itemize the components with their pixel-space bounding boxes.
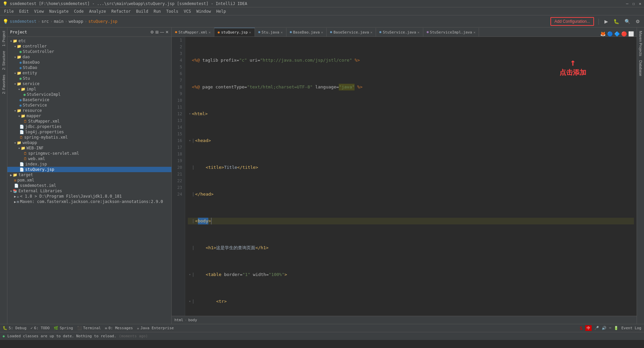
menu-run[interactable]: Run: [151, 8, 164, 14]
code-editor[interactable]: 1 2 3 4 5 6 7 8 9 10 11 12 13 14 15 16 1: [172, 37, 637, 316]
tree-item-iml[interactable]: 📄 ssmdemotest.iml: [7, 183, 171, 188]
database-tab[interactable]: Database: [638, 58, 644, 78]
panel-settings-button[interactable]: ⚙: [150, 30, 154, 34]
tree-item-entity[interactable]: ▾ 📁 entity: [7, 70, 171, 76]
menu-refactor[interactable]: Refactor: [109, 8, 133, 14]
panel-expand-button[interactable]: ⊞: [155, 30, 159, 34]
tab-stumapper-xml[interactable]: StuMapper.xml ✕: [172, 28, 214, 37]
fold-9[interactable]: ▾: [188, 271, 192, 278]
tree-item-controller[interactable]: ▾ 📁 controller: [7, 44, 171, 49]
menu-edit[interactable]: Edit: [16, 8, 32, 14]
close-button[interactable]: ✕: [639, 1, 641, 6]
tree-item-index-jsp[interactable]: 📄 index.jsp: [7, 161, 171, 167]
fold-5[interactable]: [188, 164, 192, 171]
messages-tab[interactable]: ✉ 0: Messages: [105, 326, 133, 330]
structure-panel-tab[interactable]: 2: Structure: [1, 49, 7, 72]
tree-item-baseservice[interactable]: ◉ BaseService: [7, 97, 171, 102]
menu-tools[interactable]: Tools: [164, 8, 181, 14]
terminal-tab[interactable]: ⬛ Terminal: [77, 326, 101, 330]
fold-10[interactable]: ▾: [188, 298, 192, 305]
menu-file[interactable]: File: [1, 8, 16, 14]
menu-code[interactable]: Code: [71, 8, 87, 14]
menu-navigate[interactable]: Navigate: [47, 8, 71, 14]
menu-view[interactable]: View: [32, 8, 47, 14]
chrome-icon[interactable]: 🔵: [607, 31, 613, 37]
tree-item-basedao[interactable]: ◉ BaseDao: [7, 60, 171, 65]
settings-button[interactable]: ⚙: [634, 18, 641, 25]
ie-icon[interactable]: 🔴: [621, 31, 627, 37]
run-button[interactable]: ▶: [603, 18, 609, 25]
fold-3[interactable]: ▾: [188, 111, 192, 117]
tree-item-resource[interactable]: ▾ 📁 resource: [7, 108, 171, 113]
fold-7[interactable]: [188, 218, 192, 224]
tree-item-log4j-props[interactable]: 📄 log4j.properties: [7, 129, 171, 135]
tree-item-stumapper-xml[interactable]: 🗒 StuMapper.xml: [7, 119, 171, 124]
tab-stuquery-jsp[interactable]: stuQuery.jsp ✕: [214, 28, 255, 37]
menu-analyze[interactable]: Analyze: [86, 8, 109, 14]
menu-vcs[interactable]: VCS: [181, 8, 194, 14]
debug-button[interactable]: 🐛: [612, 18, 621, 25]
tree-item-webinf[interactable]: ▾ 📁 WEB-INF: [7, 145, 171, 151]
tree-item-spring-mybatis[interactable]: 🗒 spring-mybatis.xml: [7, 135, 171, 140]
safari-icon[interactable]: ⬜: [628, 31, 634, 37]
tab-close-stu[interactable]: ✕: [281, 30, 283, 34]
tree-item-impl[interactable]: ▾ 📁 impl: [7, 86, 171, 92]
tree-item-service[interactable]: ▾ 📁 service: [7, 81, 171, 86]
tree-item-etc[interactable]: ▾ 📁 etc: [7, 38, 171, 44]
fold-8[interactable]: [188, 245, 192, 251]
event-log-button[interactable]: Event Log: [621, 326, 641, 330]
tab-close-stuserviceimpl[interactable]: ✕: [473, 30, 475, 34]
tab-close-stuquery[interactable]: ✕: [249, 30, 251, 34]
tree-item-webapp[interactable]: ▾ 📁 webapp: [7, 140, 171, 145]
tab-stu-java[interactable]: Stu.java ✕: [255, 28, 286, 37]
tab-stuserviceimpl-java[interactable]: StuServiceImpl.java ✕: [423, 28, 479, 37]
tab-baseservice-java[interactable]: BaseService.java ✕: [327, 28, 376, 37]
fold-2[interactable]: [188, 84, 192, 90]
tree-item-stu[interactable]: ● Stu: [7, 76, 171, 81]
spring-tab[interactable]: 🌿 Spring: [54, 326, 73, 330]
maximize-button[interactable]: ☐: [633, 1, 635, 6]
tree-item-target[interactable]: ▶ 📁 target: [7, 172, 171, 178]
maven-projects-tab[interactable]: Maven Projects: [638, 29, 644, 58]
fold-4[interactable]: ▾: [188, 137, 192, 144]
search-button[interactable]: 🔍: [623, 18, 632, 25]
tree-item-pom[interactable]: m pom.xml: [7, 178, 171, 183]
panel-minimize-button[interactable]: —: [160, 30, 164, 34]
tree-item-mapper[interactable]: ▾ 📁 mapper: [7, 113, 171, 119]
project-panel-tab[interactable]: 1: Project: [1, 29, 7, 48]
tab-close-stumapper[interactable]: ✕: [209, 30, 211, 34]
tree-item-external-libs[interactable]: ▾ 📚 External Libraries: [7, 188, 171, 194]
tree-item-jdbc-props[interactable]: 📄 jdbc.properties: [7, 124, 171, 129]
tree-item-web-xml[interactable]: 🗒 web.xml: [7, 156, 171, 161]
menu-window[interactable]: Window: [194, 8, 213, 14]
tab-close-basedao[interactable]: ✕: [321, 30, 323, 34]
tree-item-studao[interactable]: ◉ StuDao: [7, 65, 171, 70]
firefox-icon[interactable]: 🦊: [600, 31, 606, 37]
breadcrumb-file[interactable]: stuQuery.jsp: [88, 19, 117, 24]
favorites-panel-tab[interactable]: 2: Favorites: [1, 73, 7, 96]
breadcrumb-main[interactable]: main: [54, 19, 64, 24]
minimize-button[interactable]: —: [626, 1, 628, 6]
tab-close-baseservice[interactable]: ✕: [370, 30, 372, 34]
panel-close-button[interactable]: ✕: [165, 30, 169, 34]
tree-item-stuservice[interactable]: ◉ StuService: [7, 102, 171, 108]
tree-item-stuserviceimpl[interactable]: ● StuServiceImpl: [7, 92, 171, 97]
tab-stuservice-java[interactable]: StuService.java ✕: [376, 28, 423, 37]
debug-tab[interactable]: 🐛 5: Debug: [3, 326, 26, 330]
tree-item-dao[interactable]: ▾ 📁 dao: [7, 54, 171, 60]
menu-build[interactable]: Build: [133, 8, 151, 14]
tree-item-maven-jackson[interactable]: ▶ m Maven: com.fasterxml.jackson.core:ja…: [7, 199, 171, 204]
tab-basedao-java[interactable]: BaseDao.java ✕: [286, 28, 327, 37]
tab-close-stuservice[interactable]: ✕: [418, 30, 420, 34]
breadcrumb-project[interactable]: ssmdemotest: [10, 19, 36, 24]
menu-help[interactable]: Help: [214, 8, 229, 14]
breadcrumb-webapp[interactable]: webapp: [69, 19, 83, 24]
tree-item-springmvc-servlet[interactable]: 🗒 springmvc-servlet.xml: [7, 151, 171, 156]
edge-icon[interactable]: 🔷: [614, 31, 620, 37]
code-content[interactable]: <%@ taglib prefix="c" uri="http://java.s…: [185, 37, 637, 316]
tree-item-stucontroller[interactable]: ● StuController: [7, 49, 171, 54]
breadcrumb-src[interactable]: src: [42, 19, 49, 24]
java-enterprise-tab[interactable]: ☕ Java Enterprise: [137, 326, 174, 330]
fold-6[interactable]: [188, 191, 192, 198]
add-configuration-button[interactable]: Add Configuration...: [550, 17, 594, 26]
